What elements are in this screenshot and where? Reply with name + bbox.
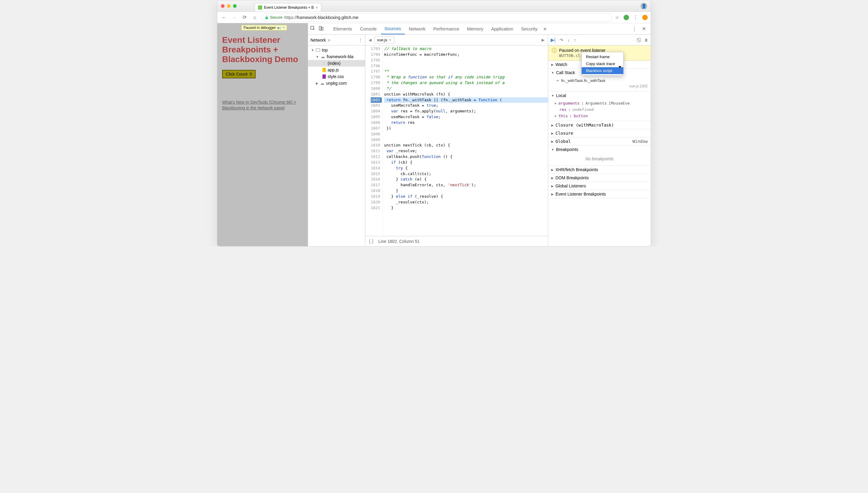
paused-in-debugger-badge: Paused in debugger ▶| ↷: [241, 25, 287, 30]
address-bar: ← → ⟳ ⌂ Secure https://framework-blackbo…: [217, 12, 651, 23]
caret-down-icon: ▼: [316, 55, 319, 59]
omnibox[interactable]: Secure https://framework-blackboxing.gli…: [261, 13, 612, 22]
window-controls: [221, 4, 237, 8]
section-listeners: ▶Global Listeners: [548, 182, 651, 190]
step-over-icon[interactable]: ↷: [560, 38, 563, 42]
tab-performance[interactable]: Performance: [430, 23, 463, 34]
home-button[interactable]: ⌂: [251, 14, 258, 21]
devtools: Elements Console Sources Network Perform…: [308, 23, 651, 246]
tab-memory[interactable]: Memory: [463, 23, 487, 34]
navigator-tab-label[interactable]: Network: [310, 38, 326, 42]
editor-nav-next-icon[interactable]: ▶: [540, 38, 546, 42]
back-button[interactable]: ←: [220, 14, 227, 21]
navigator-head: Network » ⋮: [308, 35, 365, 45]
editor-footer: { } Line 1802, Column 51: [365, 236, 548, 246]
caret-right-icon: ▶: [551, 193, 554, 196]
minimize-window-icon[interactable]: [227, 4, 231, 8]
tree-file-stylecss[interactable]: style.css: [308, 73, 365, 80]
profile-avatar-icon[interactable]: 👤: [641, 3, 647, 9]
reload-button[interactable]: ⟳: [241, 14, 248, 21]
tab-application[interactable]: Application: [487, 23, 517, 34]
navigator-overflow-icon[interactable]: »: [328, 37, 330, 43]
tab-sources[interactable]: Sources: [381, 23, 405, 34]
stack-frame[interactable]: ➔ fn._withTask.fn._withTask: [548, 77, 651, 84]
cm-restart-frame[interactable]: Restart frame: [582, 53, 623, 60]
tabs-overflow-icon[interactable]: »: [542, 26, 548, 32]
dim-overlay: [217, 23, 308, 246]
step-into-icon[interactable]: ↓: [567, 38, 570, 42]
extension1-icon[interactable]: [624, 15, 629, 20]
code-lines: // fallback to macromicroTimerFunc = mac…: [383, 45, 548, 236]
caret-right-icon: ▶: [551, 63, 554, 66]
forward-button[interactable]: →: [231, 14, 238, 21]
tab-security[interactable]: Security: [518, 23, 541, 34]
content: Paused in debugger ▶| ↷ Event Listener B…: [217, 23, 651, 246]
caret-right-icon: ▶: [316, 82, 318, 85]
code-area[interactable]: 1793179417951796179717981799180018011802…: [365, 45, 548, 236]
tree-domain1[interactable]: ▼ ☁ framework-bla: [308, 53, 365, 60]
maximize-window-icon[interactable]: [233, 4, 237, 8]
frame-icon: [316, 48, 320, 51]
step-out-icon[interactable]: ↑: [574, 38, 576, 42]
cloud-icon: ☁: [320, 81, 324, 86]
editor-tab-vuejs[interactable]: vue.js ×: [374, 37, 394, 43]
bookmark-star-icon[interactable]: ☆: [615, 15, 620, 20]
document-icon: [323, 61, 326, 65]
resume-button[interactable]: ▶|: [551, 37, 556, 43]
close-window-icon[interactable]: [221, 4, 224, 8]
section-breakpoints: ▼Breakpoints No breakpoints: [548, 146, 651, 166]
close-tab-icon[interactable]: ×: [316, 5, 318, 10]
tree-top[interactable]: ▼ top: [308, 47, 365, 53]
caret-right-icon: ▶: [551, 168, 554, 171]
devtools-tabbar: Elements Console Sources Network Perform…: [308, 23, 651, 35]
scope-res[interactable]: res: undefined: [548, 106, 651, 113]
inspect-element-icon[interactable]: [310, 26, 315, 32]
navigator-menu-icon[interactable]: ⋮: [359, 38, 363, 42]
menu-icon[interactable]: ⋮: [633, 15, 638, 20]
device-toolbar-icon[interactable]: [319, 26, 324, 32]
debugger-pane: ▶| ↷ ↓ ↑ ⃠ ⏸ i Paused on event listener …: [548, 35, 651, 246]
browser-tab[interactable]: Event Listener Breakpoints + B ×: [255, 3, 321, 12]
tree-file-index[interactable]: (index): [308, 60, 365, 67]
svg-rect-1: [319, 26, 322, 30]
step-over-small-icon[interactable]: ↷: [282, 26, 285, 30]
titlebar: Event Listener Breakpoints + B × 👤: [217, 0, 651, 12]
pause-on-exceptions-icon[interactable]: ⏸: [644, 38, 648, 42]
navigator-tree: ▼ top ▼ ☁ framework-bla (index): [308, 45, 365, 246]
frame-location[interactable]: vue.js:1802: [629, 84, 648, 88]
paused-badge-text: Paused in debugger: [243, 26, 276, 30]
line-gutter: 1793179417951796179717981799180018011802…: [365, 45, 383, 236]
cm-blackbox-script[interactable]: Blackbox script: [582, 67, 623, 74]
page-viewport: Paused in debugger ▶| ↷ Event Listener B…: [217, 23, 308, 246]
extension2-icon[interactable]: [642, 15, 648, 20]
tab-elements[interactable]: Elements: [330, 23, 356, 34]
secure-badge: Secure: [265, 15, 282, 20]
tree-domain2[interactable]: ▶ ☁ unpkg.com: [308, 80, 365, 86]
no-breakpoints-label: No breakpoints: [548, 154, 651, 164]
caret-down-icon: ▼: [551, 71, 554, 74]
tab-console[interactable]: Console: [356, 23, 381, 34]
section-dom: ▶DOM Breakpoints: [548, 174, 651, 182]
svg-rect-2: [321, 27, 323, 30]
resume-icon[interactable]: ▶|: [278, 26, 281, 30]
scope-this[interactable]: ▶ this: button: [548, 113, 651, 119]
sources-panel: Network » ⋮ ▼ top ▼ ☁ framewor: [308, 35, 651, 246]
editor-nav-prev-icon[interactable]: ◀: [367, 38, 373, 42]
debugger-sections: ▶Watch ▼Call Stack ➔ fn._withTask.fn._wi…: [548, 61, 651, 246]
section-scope: ▼Local ▶ arguments: Arguments [MouseEve: [548, 92, 651, 121]
devtools-close-icon[interactable]: ✕: [639, 26, 648, 31]
cm-copy-stack-trace[interactable]: Copy stack trace: [582, 60, 623, 67]
close-file-icon[interactable]: ×: [389, 38, 391, 42]
section-global: ▶GlobalWindow: [548, 137, 651, 146]
caret-right-icon: ▶: [551, 140, 554, 143]
tab-network[interactable]: Network: [405, 23, 429, 34]
context-menu: Restart frame Copy stack trace Blackbox …: [581, 52, 624, 76]
css-file-icon: [323, 74, 326, 79]
js-file-icon: [323, 68, 326, 72]
url-display: https://framework-blackboxing.glitch.me: [284, 15, 359, 20]
scope-arguments[interactable]: ▶ arguments: Arguments [MouseEve: [548, 100, 651, 106]
pretty-print-icon[interactable]: { }: [369, 239, 373, 244]
debugger-toolbar: ▶| ↷ ↓ ↑ ⃠ ⏸: [548, 35, 651, 45]
tree-file-appjs[interactable]: app.js: [308, 67, 365, 73]
devtools-menu-icon[interactable]: ⋮: [630, 26, 639, 32]
